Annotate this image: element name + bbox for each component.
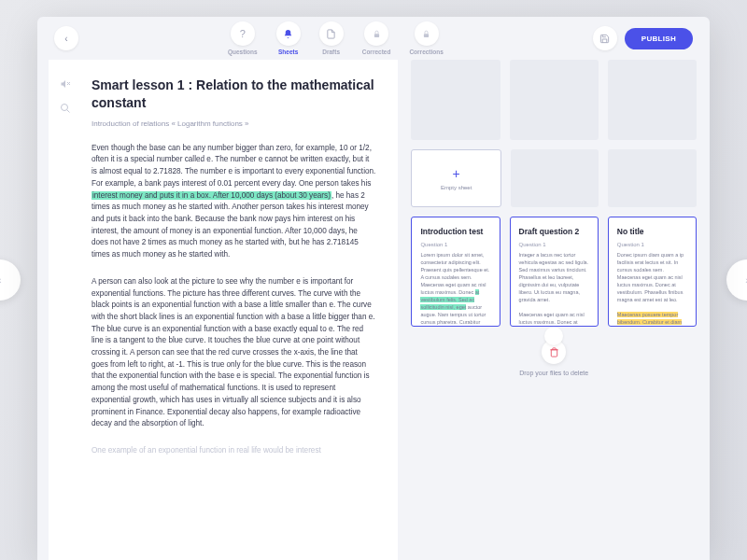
bell-icon bbox=[283, 29, 293, 39]
tab-corrected[interactable]: Corrected bbox=[362, 21, 391, 55]
tab-questions[interactable]: ? Questions bbox=[228, 21, 258, 55]
tab-label: Sheets bbox=[278, 49, 298, 55]
sheet-thumbnail[interactable] bbox=[608, 149, 697, 207]
lesson-paragraph-1: Even though the base can be any number b… bbox=[92, 143, 375, 261]
app-window: ‹ ? Questions Sheets Drafts Corrected Co… bbox=[37, 17, 710, 560]
tab-label: Questions bbox=[228, 49, 258, 55]
card-subtitle: Question 1 bbox=[519, 242, 589, 247]
lock-icon bbox=[422, 30, 430, 38]
save-icon bbox=[599, 34, 610, 44]
card-body: Integer a lacus nec tortor vehicula eges… bbox=[519, 252, 589, 327]
fade-overlay bbox=[49, 513, 398, 560]
topbar-nav: ? Questions Sheets Drafts Corrected Corr… bbox=[86, 21, 585, 55]
lesson-pane: Smart lesson 1 : Relation to the mathema… bbox=[49, 60, 398, 560]
lesson-paragraph-2: A person can also look at the picture to… bbox=[92, 276, 375, 430]
svg-point-4 bbox=[62, 105, 68, 111]
sheet-thumbnail[interactable] bbox=[411, 60, 500, 140]
card-body: Lorem ipsum dolor sit amet, consectetur … bbox=[420, 252, 490, 327]
save-button[interactable] bbox=[593, 26, 617, 50]
svg-line-5 bbox=[67, 110, 70, 113]
card-title: Draft question 2 bbox=[519, 227, 589, 236]
trash-icon bbox=[549, 347, 559, 357]
card-subtitle: Question 1 bbox=[420, 242, 490, 247]
question-card[interactable]: Introduction test Question 1 Lorem ipsum… bbox=[411, 217, 500, 327]
chevron-left-icon: ‹ bbox=[64, 34, 67, 44]
svg-rect-1 bbox=[424, 34, 429, 37]
question-card[interactable]: Draft question 2 Question 1 Integer a la… bbox=[510, 217, 599, 327]
body: Smart lesson 1 : Relation to the mathema… bbox=[37, 60, 710, 560]
question-cards: Introduction test Question 1 Lorem ipsum… bbox=[411, 217, 697, 327]
prev-page-button[interactable]: ‹ bbox=[0, 259, 21, 301]
tab-label: Corrections bbox=[409, 49, 443, 55]
add-sheet-button[interactable]: + Empty sheet bbox=[411, 149, 501, 207]
card-title: No title bbox=[617, 227, 687, 236]
question-icon: ? bbox=[240, 28, 246, 39]
sheet-thumbnail[interactable] bbox=[511, 149, 599, 207]
tab-label: Corrected bbox=[362, 49, 391, 55]
add-sheet-label: Empty sheet bbox=[441, 185, 472, 190]
back-button[interactable]: ‹ bbox=[54, 26, 78, 50]
sheet-thumbnail[interactable] bbox=[510, 60, 599, 140]
mute-icon[interactable] bbox=[60, 78, 71, 90]
publish-button[interactable]: PUBLISH bbox=[625, 28, 693, 49]
lesson-subtitle: Introduction of relations « Logarithm fu… bbox=[92, 119, 375, 128]
sheet-thumbnail[interactable] bbox=[608, 60, 697, 140]
dropzone-label: Drop your files to delete bbox=[411, 370, 697, 376]
lesson-paragraph-3: One example of an exponential function i… bbox=[92, 445, 375, 457]
topbar: ‹ ? Questions Sheets Drafts Corrected Co… bbox=[37, 17, 710, 60]
tab-corrections[interactable]: Corrections bbox=[409, 21, 443, 55]
search-icon[interactable] bbox=[60, 103, 71, 114]
delete-dropzone[interactable]: Drop your files to delete bbox=[411, 340, 697, 376]
next-page-button[interactable]: › bbox=[726, 259, 747, 301]
svg-rect-0 bbox=[374, 34, 378, 37]
tab-label: Drafts bbox=[322, 49, 340, 55]
question-card[interactable]: No title Question 1 Donec ipsum diam qua… bbox=[608, 217, 697, 327]
card-subtitle: Question 1 bbox=[617, 242, 687, 247]
sheets-pane: + Empty sheet Introduction test Question… bbox=[398, 60, 710, 560]
draft-icon bbox=[326, 29, 336, 39]
card-body: Donec ipsum diam quam a ip facilisis era… bbox=[617, 252, 687, 327]
lesson-title: Smart lesson 1 : Relation to the mathema… bbox=[92, 77, 375, 112]
plus-icon: + bbox=[453, 166, 460, 181]
highlighted-text: interest money and puts it in a box. Aft… bbox=[92, 191, 331, 200]
tab-drafts[interactable]: Drafts bbox=[319, 21, 344, 55]
lock-icon bbox=[373, 30, 381, 38]
card-title: Introduction test bbox=[420, 227, 490, 236]
tab-sheets[interactable]: Sheets bbox=[276, 21, 301, 55]
